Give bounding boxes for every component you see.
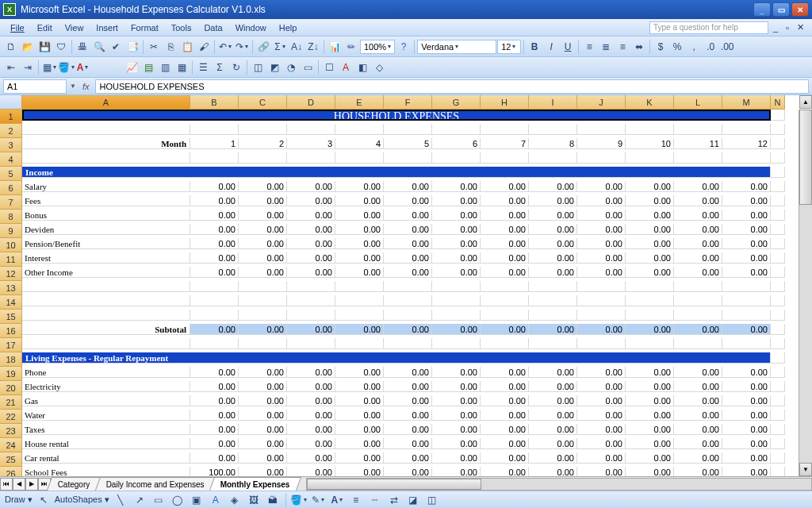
data-cell[interactable]: 0.00 [190,452,239,464]
row-label[interactable]: Car rental [22,452,190,464]
data-cell[interactable]: 0.00 [287,424,335,435]
data-cell[interactable]: 0.00 [674,238,722,249]
row-label[interactable]: Other Income [22,267,190,278]
data-cell[interactable]: 0.00 [577,238,626,249]
data-cell[interactable]: 0.00 [674,195,722,206]
data-cell[interactable]: 0.00 [384,252,432,264]
subtotal-cell[interactable]: 0.00 [722,324,771,335]
data-cell[interactable]: 0.00 [432,210,481,221]
data-cell[interactable]: 0.00 [432,252,481,264]
data-cell[interactable]: 0.00 [722,210,771,221]
data-cell[interactable]: 0.00 [529,467,577,476]
data-cell[interactable]: 0.00 [287,367,335,378]
data-cell[interactable]: 0.00 [722,395,771,406]
data-cell[interactable]: 0.00 [626,210,674,221]
data-cell[interactable]: 0.00 [481,181,529,192]
row-header-3[interactable]: 3 [0,138,22,152]
data-cell[interactable]: 0.00 [674,424,722,435]
title-cell[interactable]: HOUSEHOLD EXPENSES [22,110,771,121]
data-cell[interactable]: 0.00 [577,438,626,449]
chart-area-icon[interactable]: ◩ [266,60,282,75]
indent-inc-icon[interactable]: ⇥ [20,60,36,75]
tab-next-icon[interactable]: ▶ [25,478,38,491]
data-cell[interactable]: 0.00 [577,181,626,192]
oval-icon[interactable]: ◯ [170,492,186,508]
data-cell[interactable]: 0.00 [577,381,626,392]
data-cell[interactable]: 0.00 [577,395,626,406]
formula-input[interactable]: HOUSEHOLD EXPENSES [95,79,809,94]
data-cell[interactable]: 0.00 [432,195,481,206]
align-right-icon[interactable]: ≡ [615,39,630,55]
subtotal-cell[interactable]: 0.00 [674,324,722,335]
data-cell[interactable]: 0.00 [481,424,529,435]
data-cell[interactable]: 0.00 [626,467,674,476]
indent-dec-icon[interactable]: ⇤ [3,60,19,75]
row-label[interactable]: Electricity [22,381,190,392]
data-cell[interactable]: 0.00 [722,195,771,206]
data-cell[interactable]: 0.00 [626,267,674,278]
data-cell[interactable]: 0.00 [626,410,674,421]
row-header-17[interactable]: 17 [0,338,22,352]
rectangle-icon[interactable]: ▭ [151,492,167,508]
bold-icon[interactable]: B [527,39,542,55]
data-cell[interactable]: 0.00 [481,452,529,464]
research-icon[interactable]: 📑 [124,39,140,55]
data-cell[interactable]: 0.00 [674,438,722,449]
col-header-C[interactable]: C [239,95,287,110]
open-icon[interactable]: 📂 [20,39,36,55]
data-cell[interactable]: 0.00 [722,438,771,449]
tab-prev-icon[interactable]: ◀ [13,478,25,491]
data-cell[interactable]: 0.00 [287,210,335,221]
data-cell[interactable]: 0.00 [239,452,287,464]
data-cell[interactable]: 0.00 [529,395,577,406]
data-cell[interactable]: 0.00 [626,438,674,449]
spelling-icon[interactable]: ✔ [108,39,124,55]
row-label[interactable]: House rental [22,438,190,449]
col-header-H[interactable]: H [481,95,529,110]
data-cell[interactable]: 0.00 [481,367,529,378]
italic-icon[interactable]: I [543,39,559,55]
name-box[interactable]: A1 [3,79,67,94]
data-cell[interactable]: 0.00 [335,467,384,476]
chart-cols-icon[interactable]: ▦ [174,60,190,75]
data-cell[interactable]: 0.00 [674,252,722,264]
data-cell[interactable]: 0.00 [722,181,771,192]
underline-icon[interactable]: U [560,39,576,55]
row-label[interactable]: School Fees [22,467,190,476]
row-header-9[interactable]: 9 [0,224,22,238]
row-header-10[interactable]: 10 [0,238,22,252]
format-painter-icon[interactable]: 🖌 [196,39,212,55]
data-cell[interactable]: 0.00 [432,267,481,278]
chart-icon[interactable]: 📊 [327,39,343,55]
row-label[interactable]: Pension/Benefit [22,238,190,249]
font-color-icon[interactable]: A [75,60,90,75]
data-cell[interactable]: 0.00 [674,452,722,464]
data-cell[interactable]: 0.00 [190,367,239,378]
comma-icon[interactable]: , [686,39,702,55]
data-cell[interactable]: 0.00 [287,395,335,406]
data-cell[interactable]: 0.00 [722,467,771,476]
data-cell[interactable]: 0.00 [529,452,577,464]
data-cell[interactable]: 0.00 [190,381,239,392]
data-cell[interactable]: 0.00 [432,224,481,235]
data-cell[interactable]: 0.00 [722,452,771,464]
data-cell[interactable]: 0.00 [674,467,722,476]
doc-minimize[interactable]: _ [770,23,781,33]
data-cell[interactable]: 0.00 [287,181,335,192]
preview-icon[interactable]: 🔍 [91,39,107,55]
data-cell[interactable]: 0.00 [287,381,335,392]
line-color-icon[interactable]: ✎ [310,492,326,508]
sort-desc-icon[interactable]: Z↓ [305,39,321,55]
data-cell[interactable]: 0.00 [577,252,626,264]
data-cell[interactable]: 0.00 [481,438,529,449]
data-cell[interactable]: 0.00 [626,452,674,464]
col-header-J[interactable]: J [577,95,626,110]
row-label[interactable]: Deviden [22,224,190,235]
data-cell[interactable]: 0.00 [722,238,771,249]
data-cell[interactable]: 0.00 [481,395,529,406]
data-cell[interactable]: 0.00 [287,238,335,249]
data-cell[interactable]: 0.00 [529,438,577,449]
col-header-B[interactable]: B [190,95,239,110]
data-cell[interactable]: 0.00 [577,452,626,464]
subtotal-cell[interactable]: 0.00 [239,324,287,335]
